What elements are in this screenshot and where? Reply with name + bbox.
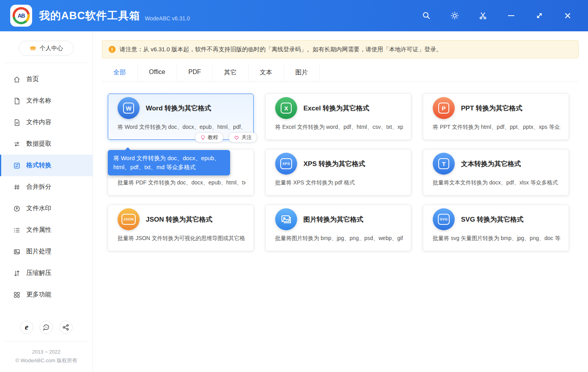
sidebar-item-watermark[interactable]: 文件水印 [0,198,93,219]
sidebar-item-label: 格式转换 [26,161,51,170]
sidebar-item-label: 合并拆分 [26,183,51,191]
word-card-tooltip: 将 Word 文件转换为 doc、docx、epub、html、pdf、txt、… [108,150,230,175]
tab-image[interactable]: 图片 [284,64,320,81]
sidebar-bottom: e 2013 ~ 2022 © WodeABC.com 版权所有 [0,321,93,372]
settings-gear-icon[interactable] [450,11,459,20]
screenshot-scissors-icon[interactable] [478,11,488,20]
sidebar-item-data-extract[interactable]: 数据提取 [0,133,93,155]
sidebar-item-image-process[interactable]: 图片处理 [0,241,93,262]
card-excel-convert[interactable]: X Excel 转换为其它格式 将 Excel 文件转换为 word、pdf、h… [265,94,411,140]
card-description: 批量将 PDF 文件转换为 doc、docx、epub、html、txt 等众多… [118,179,245,186]
sidebar-footer-divider [4,341,89,341]
sidebar-item-more[interactable]: 更多功能 [0,284,93,305]
close-icon[interactable]: × [563,11,572,20]
sidebar-divider [4,63,89,63]
card-title: 文本转换为其它格式 [461,159,521,168]
chat-bubble-icon [43,324,50,331]
card-title: 图片转换为其它格式 [303,215,363,224]
app-logo: AB [10,5,32,27]
lightbulb-icon [200,135,205,140]
browser-link-button[interactable]: e [20,321,33,334]
titlebar: AB 我的ABC软件工具箱 WodeABC v6.31.0 [0,0,588,31]
sidebar-item-file-name[interactable]: 文件名称 [0,90,93,112]
personal-center-button[interactable]: 个人中心 [19,41,74,56]
app-title: 我的ABC软件工具箱 [39,9,140,23]
home-icon [13,76,20,83]
tutorial-button[interactable]: 教程 [195,132,223,143]
warning-icon: ! [109,46,116,53]
sidebar-footer: 2013 ~ 2022 © WodeABC.com 版权所有 [0,348,93,365]
crown-icon [29,45,36,52]
json-icon: JSON [118,208,140,230]
minimize-icon[interactable] [506,11,516,20]
sidebar-item-file-props[interactable]: 文件属性 [0,219,93,241]
image-convert-icon [275,208,297,230]
logo-ring-icon: AB [13,7,30,24]
card-hover-actions: 教程 关注 [195,132,257,143]
card-title: PPT 转换为其它格式 [461,104,523,113]
sidebar-item-label: 更多功能 [26,291,51,299]
social-links: e [0,321,93,334]
convert-icon [13,162,20,169]
sidebar-item-home[interactable]: 首页 [0,69,93,90]
sidebar-item-merge-split[interactable]: 合并拆分 [0,176,93,198]
app-window: AB 我的ABC软件工具箱 WodeABC v6.31.0 [0,0,588,372]
personal-center-label: 个人中心 [40,45,63,52]
card-description: 批量将 JSON 文件转换为可视化的思维导图或其它格式 [118,235,245,242]
compress-arrows-icon [13,270,20,277]
tab-text[interactable]: 文本 [249,64,284,81]
tab-office[interactable]: Office [138,64,177,81]
tab-all[interactable]: 全部 [102,64,138,81]
tutorial-label: 教程 [208,134,218,141]
card-json-convert[interactable]: JSON JSON 转换为其它格式 批量将 JSON 文件转换为可视化的思维导图… [108,205,254,251]
xps-icon: XPS [275,153,297,175]
app-version: WodeABC v6.31.0 [145,15,190,22]
card-description: 批量将 XPS 文件转换为 pdf 格式 [275,179,403,186]
follow-button[interactable]: 关注 [229,132,257,143]
chat-link-button[interactable] [40,321,53,334]
sidebar-item-label: 文件名称 [26,97,51,105]
card-description: 将 Excel 文件转换为 word、pdf、html、csv、txt、xps … [275,124,403,131]
sidebar-item-file-content[interactable]: 文件内容 [0,112,93,133]
card-title: Word 转换为其它格式 [146,104,211,113]
tab-other[interactable]: 其它 [213,64,249,81]
card-svg-convert[interactable]: SVG SVG 转换为其它格式 批量将 svg 矢量图片转换为 bmp、jpg、… [423,205,569,251]
grid-icon [13,291,20,298]
picture-glyph-icon [281,214,292,225]
share-link-button[interactable] [59,321,73,334]
card-title: SVG 转换为其它格式 [461,215,524,224]
sidebar-item-label: 文件水印 [26,204,51,213]
heart-icon [234,135,239,140]
card-image-convert[interactable]: 图片转换为其它格式 批量将图片转换为 bmp、jpg、png、psd、webp、… [265,205,411,251]
tab-pdf[interactable]: PDF [177,64,213,81]
ppt-icon: P [433,97,455,119]
card-description: 将 PPT 文件转换为 html、pdf、ppt、pptx、xps 等众多格式 [433,124,561,131]
file-icon [13,98,20,105]
notice-text: 请注意：从 v6.31.0 版本起，软件不再支持旧版的临时的「离线登录码」。如有… [120,46,442,53]
footer-years: 2013 ~ 2022 [0,348,93,356]
svg-icon: SVG [433,208,455,230]
sidebar: 个人中心 首页 文件名称 文件内容 数据提取 [0,31,93,372]
card-title: Excel 转换为其它格式 [303,104,369,113]
sidebar-item-format-convert[interactable]: 格式转换 [0,155,93,176]
category-tabs: 全部 Office PDF 其它 文本 图片 [102,64,579,82]
card-xps-convert[interactable]: XPS XPS 转换为其它格式 批量将 XPS 文件转换为 pdf 格式 [265,149,411,195]
card-description: 将 Word 文件转换为 doc、docx、epub、html、pdf、txt、… [118,124,245,131]
card-description: 批量将图片转换为 bmp、jpg、png、psd、webp、gif 等格式 [275,235,403,242]
sidebar-item-compress[interactable]: 压缩解压 [0,262,93,284]
share-nodes-icon [62,324,69,331]
card-ppt-convert[interactable]: P PPT 转换为其它格式 将 PPT 文件转换为 html、pdf、ppt、p… [423,94,569,140]
sidebar-item-label: 文件内容 [26,118,51,126]
list-icon [13,227,20,234]
card-title: JSON 转换为其它格式 [146,215,212,224]
footer-copyright: © WodeABC.com 版权所有 [0,356,93,365]
follow-label: 关注 [241,134,252,141]
search-icon[interactable] [422,11,431,20]
card-description: 批量将 svg 矢量图片转换为 bmp、jpg、png、doc 等格式 [433,235,561,242]
sidebar-item-label: 图片处理 [26,247,51,256]
sidebar-item-label: 压缩解压 [26,269,51,277]
card-text-convert[interactable]: T 文本转换为其它格式 批量将文本文件转换为 docx、pdf、xlsx 等众多… [423,149,569,195]
text-icon: T [433,153,455,175]
resize-icon[interactable] [535,11,544,20]
sidebar-item-label: 数据提取 [26,140,51,148]
